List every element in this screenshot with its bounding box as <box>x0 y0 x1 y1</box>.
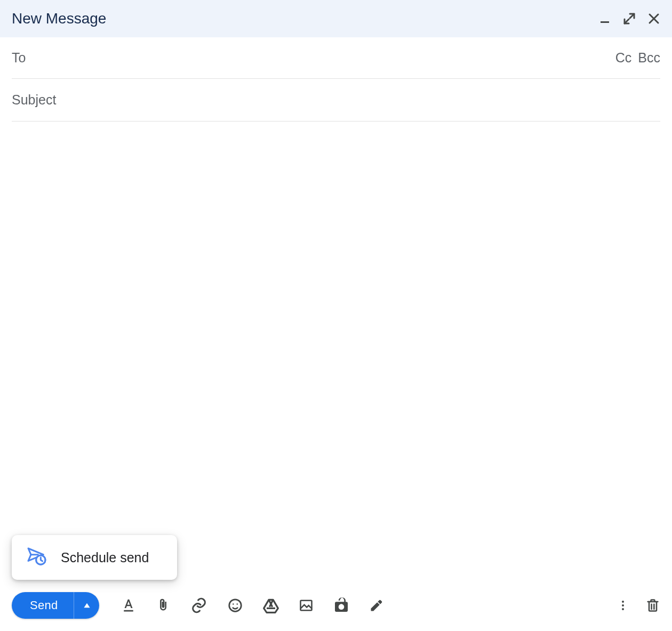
svg-rect-9 <box>124 610 134 612</box>
fullscreen-icon[interactable] <box>623 12 636 25</box>
formatting-options-icon[interactable] <box>121 597 137 613</box>
svg-point-19 <box>622 604 624 606</box>
confidential-mode-icon[interactable] <box>333 597 350 614</box>
to-row: Cc Bcc <box>12 37 660 79</box>
insert-drive-icon[interactable] <box>262 597 279 614</box>
cc-bcc-group: Cc Bcc <box>615 50 660 66</box>
svg-rect-0 <box>601 21 609 23</box>
compose-title: New Message <box>12 10 598 27</box>
subject-input[interactable] <box>12 92 660 108</box>
svg-point-11 <box>233 603 234 605</box>
schedule-send-option[interactable]: Schedule send <box>61 550 149 565</box>
svg-marker-13 <box>264 600 278 612</box>
insert-emoji-icon[interactable] <box>227 597 243 613</box>
subject-row <box>12 79 660 122</box>
insert-signature-icon[interactable] <box>369 598 384 613</box>
svg-point-18 <box>622 601 624 603</box>
bcc-button[interactable]: Bcc <box>638 50 660 66</box>
caret-up-icon <box>83 602 91 609</box>
send-group: Send <box>12 592 99 619</box>
attach-file-icon[interactable] <box>156 598 171 613</box>
send-button[interactable]: Send <box>12 592 74 619</box>
more-send-options-button[interactable] <box>74 592 99 619</box>
more-options-icon[interactable] <box>617 598 629 613</box>
send-options-popup: Schedule send <box>12 535 177 580</box>
svg-rect-17 <box>301 601 312 611</box>
close-icon[interactable] <box>647 12 660 25</box>
to-input[interactable] <box>12 50 615 66</box>
minimize-icon[interactable] <box>598 12 611 25</box>
compose-header: New Message <box>0 0 672 37</box>
insert-link-icon[interactable] <box>190 596 208 614</box>
formatting-toolbar <box>121 596 384 614</box>
insert-photo-icon[interactable] <box>299 598 314 613</box>
svg-point-20 <box>622 608 624 610</box>
discard-draft-icon[interactable] <box>645 598 660 613</box>
toolbar-right <box>617 598 660 613</box>
svg-point-12 <box>237 603 238 605</box>
cc-button[interactable]: Cc <box>615 50 632 66</box>
svg-point-10 <box>229 600 242 612</box>
window-controls <box>598 12 660 25</box>
schedule-send-icon <box>26 546 47 569</box>
compose-toolbar: Send <box>0 580 672 631</box>
svg-marker-8 <box>84 603 90 608</box>
